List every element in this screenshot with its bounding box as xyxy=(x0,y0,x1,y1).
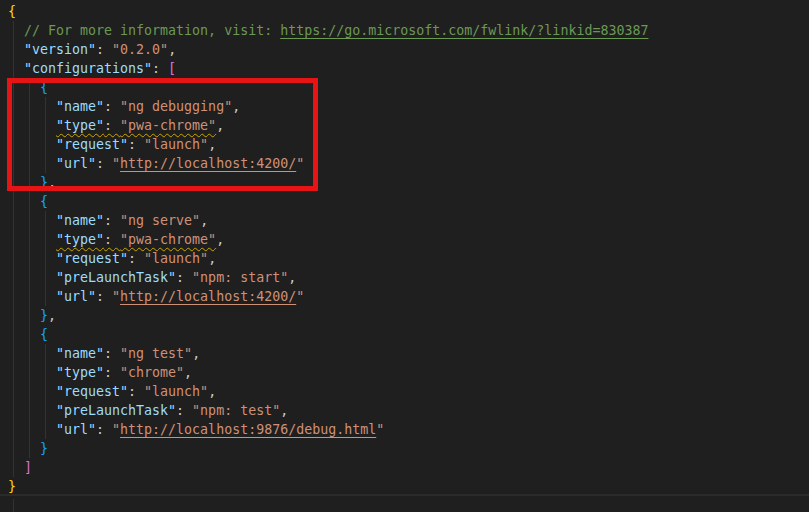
punctuation: : xyxy=(104,118,120,133)
bracket: ] xyxy=(24,460,32,475)
json-string: " xyxy=(376,422,384,437)
json-key: "version" xyxy=(24,42,96,57)
code-line[interactable]: "request": "launch", xyxy=(0,135,809,154)
code-line[interactable]: }, xyxy=(0,306,809,325)
code-line[interactable]: "name": "ng serve", xyxy=(0,211,809,230)
code-line[interactable]: "preLaunchTask": "npm: start", xyxy=(0,268,809,287)
punctuation: : xyxy=(96,156,112,171)
url-link[interactable]: http://localhost:4200/ xyxy=(120,156,296,171)
bracket: } xyxy=(40,441,48,456)
json-key: "url" xyxy=(56,289,96,304)
warning-squiggle: "type": "pwa-chrome" xyxy=(56,118,216,133)
punctuation: , xyxy=(216,232,224,247)
warning-squiggle: "type": "pwa-chrome" xyxy=(56,232,216,247)
json-key: "request" xyxy=(56,384,128,399)
punctuation: , xyxy=(288,270,296,285)
json-key: "name" xyxy=(56,99,104,114)
comment-link[interactable]: https://go.microsoft.com/fwlink/?linkid=… xyxy=(280,23,648,38)
code-line[interactable]: }, xyxy=(0,173,809,192)
json-string: " xyxy=(296,289,304,304)
bracket: { xyxy=(8,4,16,19)
code-line[interactable]: } xyxy=(0,477,809,496)
code-line[interactable]: "configurations": [ xyxy=(0,59,809,78)
json-string: "chrome" xyxy=(120,365,184,380)
punctuation: , xyxy=(216,118,224,133)
bracket: } xyxy=(40,175,48,190)
code-editor[interactable]: {// For more information, visit: https:/… xyxy=(0,0,809,494)
punctuation: , xyxy=(200,213,208,228)
json-key: "name" xyxy=(56,346,104,361)
code-line[interactable]: { xyxy=(0,325,809,344)
json-key: "type" xyxy=(56,365,104,380)
json-string: "0.2.0" xyxy=(112,42,168,57)
json-key: "request" xyxy=(56,137,128,152)
punctuation: : xyxy=(128,384,144,399)
punctuation: , xyxy=(168,42,176,57)
json-string: "npm: start" xyxy=(192,270,288,285)
code-line[interactable]: ] xyxy=(0,458,809,477)
code-line[interactable]: "request": "launch", xyxy=(0,249,809,268)
code-line[interactable]: // For more information, visit: https://… xyxy=(0,21,809,40)
bracket: { xyxy=(40,80,48,95)
code-line[interactable]: "url": "http://localhost:9876/debug.html… xyxy=(0,420,809,439)
punctuation: : xyxy=(104,99,120,114)
json-string: "ng serve" xyxy=(120,213,200,228)
url-link[interactable]: http://localhost:4200/ xyxy=(120,289,296,304)
code-line[interactable]: { xyxy=(0,192,809,211)
bracket: { xyxy=(40,327,48,342)
json-string: " xyxy=(112,156,120,171)
punctuation: , xyxy=(280,403,288,418)
code-line[interactable]: "type": "pwa-chrome", xyxy=(0,116,809,135)
code-lines-container: {// For more information, visit: https:/… xyxy=(0,2,809,496)
json-string: " xyxy=(296,156,304,171)
code-line[interactable]: "url": "http://localhost:4200/" xyxy=(0,287,809,306)
code-line[interactable]: { xyxy=(0,78,809,97)
json-key: "preLaunchTask" xyxy=(56,270,176,285)
code-line[interactable]: "type": "pwa-chrome", xyxy=(0,230,809,249)
code-line[interactable]: } xyxy=(0,439,809,458)
punctuation: , xyxy=(208,137,216,152)
code-line[interactable]: "name": "ng test", xyxy=(0,344,809,363)
indent-guide xyxy=(13,499,14,512)
punctuation: : xyxy=(104,346,120,361)
json-string: "launch" xyxy=(144,137,208,152)
bracket: } xyxy=(8,479,16,494)
json-key: "request" xyxy=(56,251,128,266)
punctuation: , xyxy=(208,251,216,266)
code-line[interactable]: "preLaunchTask": "npm: test", xyxy=(0,401,809,420)
json-string: "ng test" xyxy=(120,346,192,361)
comment: // For more information, visit: xyxy=(24,23,280,38)
punctuation: : xyxy=(152,61,168,76)
json-string: "pwa-chrome" xyxy=(120,118,216,133)
code-line[interactable]: "version": "0.2.0", xyxy=(0,40,809,59)
json-key: "configurations" xyxy=(24,61,152,76)
punctuation: : xyxy=(104,232,120,247)
json-string: " xyxy=(112,422,120,437)
punctuation: : xyxy=(176,270,192,285)
punctuation: : xyxy=(96,289,112,304)
code-line[interactable]: "name": "ng debugging", xyxy=(0,97,809,116)
code-line[interactable]: "request": "launch", xyxy=(0,382,809,401)
punctuation: , xyxy=(192,346,200,361)
json-string: "ng debugging" xyxy=(120,99,232,114)
json-string: "launch" xyxy=(144,384,208,399)
punctuation: , xyxy=(48,175,56,190)
json-string: "pwa-chrome" xyxy=(120,232,216,247)
url-link[interactable]: http://localhost:9876/debug.html xyxy=(120,422,376,437)
code-line[interactable]: "type": "chrome", xyxy=(0,363,809,382)
json-string: "npm: test" xyxy=(192,403,280,418)
punctuation: : xyxy=(128,251,144,266)
punctuation: : xyxy=(96,42,112,57)
punctuation: , xyxy=(184,365,192,380)
json-key: "name" xyxy=(56,213,104,228)
json-key: "url" xyxy=(56,156,96,171)
bracket: } xyxy=(40,308,48,323)
punctuation: : xyxy=(176,403,192,418)
json-key: "preLaunchTask" xyxy=(56,403,176,418)
punctuation: , xyxy=(208,384,216,399)
code-line[interactable]: { xyxy=(0,2,809,21)
punctuation: , xyxy=(232,99,240,114)
bracket: { xyxy=(40,194,48,209)
punctuation: : xyxy=(104,365,120,380)
code-line[interactable]: "url": "http://localhost:4200/" xyxy=(0,154,809,173)
